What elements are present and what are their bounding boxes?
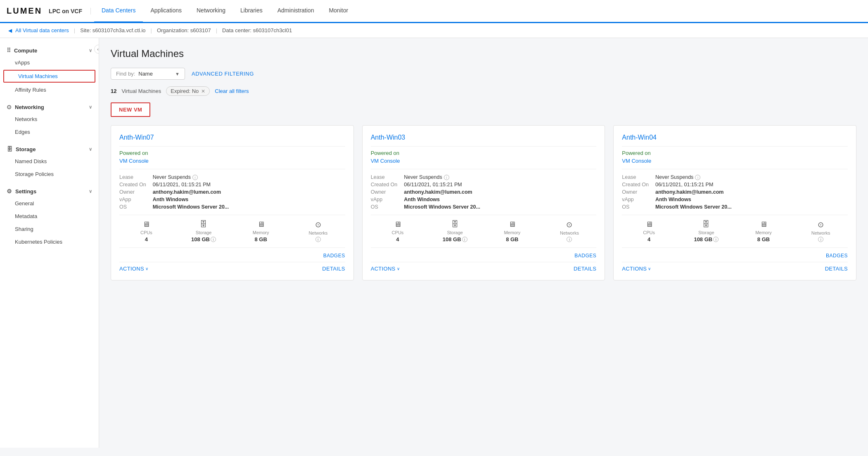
vm3-badges-link[interactable]: BADGES xyxy=(826,253,848,259)
vm2-vapp-val: Anth Windows xyxy=(404,197,596,202)
vm2-owner-val: anthony.hakim@lumen.com xyxy=(404,189,596,195)
breadcrumb-org: Organization: s603107 xyxy=(157,27,211,33)
clear-filters-button[interactable]: Clear all filters xyxy=(215,88,249,94)
vm3-lease-val: Never Suspends i xyxy=(655,174,848,180)
vm3-vapp-key: vApp xyxy=(622,197,649,202)
nav-item-administration[interactable]: Administration xyxy=(270,0,322,23)
vm1-os-val: Microsoft Windows Server 20... xyxy=(153,204,345,210)
breadcrumb-back-link[interactable]: All Virtual data centers xyxy=(15,27,69,33)
cpu-icon-3: 🖥 xyxy=(645,220,653,229)
vm-card-1-title[interactable]: Anth-Win07 xyxy=(119,134,345,147)
vm2-storage-label: Storage xyxy=(447,230,463,235)
breadcrumb-back-icon: ◀ xyxy=(8,28,12,33)
vm3-cpu-resource: 🖥 CPUs 4 xyxy=(622,220,676,242)
vm-card-2-meta: Lease Never Suspends i Created On 06/11/… xyxy=(371,174,597,210)
main-layout: ‹‹ ⠿ Compute ∨ vApps Virtual Machines Af… xyxy=(0,38,868,448)
nav-item-monitor[interactable]: Monitor xyxy=(321,0,356,23)
vm3-networks-resource: ⊙ Networks i xyxy=(794,220,848,242)
vm1-lease-val: Never Suspends i xyxy=(153,174,345,180)
vm-cards-grid: Anth-Win07 Powered on VM Console Lease N… xyxy=(111,125,856,280)
sidebar-section-compute-header[interactable]: ⠿ Compute ∨ xyxy=(0,43,99,56)
vm3-cpu-label: CPUs xyxy=(643,230,655,235)
sidebar-section-storage-header[interactable]: 🗄 Storage ∨ xyxy=(0,142,99,155)
networks-icon-2: ⊙ xyxy=(566,220,572,229)
vm3-networks-val: i xyxy=(818,237,823,242)
vm2-storage-resource: 🗄 Storage 108 GB i xyxy=(428,220,482,242)
filter-row: Find by: Name ▼ ADVANCED FILTERING xyxy=(111,68,856,80)
memory-icon-3: 🖥 xyxy=(760,220,767,229)
nav-item-libraries[interactable]: Libraries xyxy=(233,0,270,23)
vm1-actions-row: ACTIONS∨ DETAILS xyxy=(119,262,345,272)
vm-card-2-title[interactable]: Anth-Win03 xyxy=(371,134,597,147)
sidebar-section-settings-header[interactable]: ⚙ Settings ∨ xyxy=(0,184,99,197)
find-by-dropdown[interactable]: Find by: Name ▼ xyxy=(111,68,185,80)
vm1-os-key: OS xyxy=(119,204,146,210)
nav-item-applications[interactable]: Applications xyxy=(143,0,189,23)
sidebar-item-virtual-machines[interactable]: Virtual Machines xyxy=(3,70,95,83)
vm3-os-key: OS xyxy=(622,204,649,210)
memory-icon-2: 🖥 xyxy=(508,220,516,229)
sidebar-item-metadata[interactable]: Metadata xyxy=(0,210,99,223)
new-vm-button[interactable]: NEW VM xyxy=(111,102,150,117)
logo-text: LUMEN xyxy=(7,6,42,16)
vm-card-3: Anth-Win04 Powered on VM Console Lease N… xyxy=(613,125,856,280)
vm3-actions-row: ACTIONS∨ DETAILS xyxy=(622,262,848,272)
sidebar-item-affinity-rules[interactable]: Affinity Rules xyxy=(0,83,99,96)
breadcrumb-sep3: | xyxy=(216,27,217,33)
sidebar-item-vapps[interactable]: vApps xyxy=(0,56,99,69)
sidebar-item-kubernetes-policies[interactable]: Kubernetes Policies xyxy=(0,235,99,248)
vm3-storage-label: Storage xyxy=(698,230,714,235)
vm1-memory-resource: 🖥 Memory 8 GB xyxy=(234,220,288,242)
vm-card-1-console-link[interactable]: VM Console xyxy=(119,158,345,169)
sidebar-item-storage-policies[interactable]: Storage Policies xyxy=(0,168,99,180)
vm-card-1-resources: 🖥 CPUs 4 🗄 Storage 108 GB i 🖥 xyxy=(119,215,345,248)
vm3-memory-label: Memory xyxy=(755,230,772,235)
vm-card-2-console-link[interactable]: VM Console xyxy=(371,158,597,169)
vm-card-3-console-link[interactable]: VM Console xyxy=(622,158,848,169)
vm3-badges-row: BADGES xyxy=(622,252,848,259)
sidebar-item-sharing[interactable]: Sharing xyxy=(0,223,99,235)
sidebar-item-named-disks[interactable]: Named Disks xyxy=(0,155,99,168)
vm1-storage-label: Storage xyxy=(196,230,212,235)
cpu-icon-2: 🖥 xyxy=(394,220,401,229)
vm-card-3-status: Powered on xyxy=(622,150,848,156)
vm2-badges-link[interactable]: BADGES xyxy=(574,253,596,259)
vm2-details-button[interactable]: DETAILS xyxy=(574,266,596,272)
vm1-badges-row: BADGES xyxy=(119,252,345,259)
networking-label: Networking xyxy=(15,104,44,110)
nav-item-data-centers[interactable]: Data Centers xyxy=(94,0,143,23)
vm3-memory-resource: 🖥 Memory 8 GB xyxy=(737,220,791,242)
info-icon-4: i xyxy=(444,175,449,180)
vm3-lease-key: Lease xyxy=(622,174,649,180)
vm2-memory-val: 8 GB xyxy=(506,236,518,242)
settings-icon: ⚙ xyxy=(7,188,12,195)
vm-card-3-title[interactable]: Anth-Win04 xyxy=(622,134,848,147)
vm2-owner-key: Owner xyxy=(371,189,398,195)
vm1-badges-link[interactable]: BADGES xyxy=(323,253,345,259)
vm2-os-val: Microsoft Windows Server 20... xyxy=(404,204,596,210)
vm1-details-button[interactable]: DETAILS xyxy=(322,266,345,272)
filter-chip-close-icon[interactable]: ✕ xyxy=(201,88,205,94)
sidebar-item-networks[interactable]: Networks xyxy=(0,113,99,126)
actions-chevron-icon-2: ∨ xyxy=(397,266,400,271)
vm3-owner-key: Owner xyxy=(622,189,649,195)
vm1-actions-button[interactable]: ACTIONS∨ xyxy=(119,266,148,272)
sidebar-section-networking-header[interactable]: ⊙ Networking ∨ xyxy=(0,100,99,113)
vm3-actions-button[interactable]: ACTIONS∨ xyxy=(622,266,651,272)
vm3-details-button[interactable]: DETAILS xyxy=(825,266,848,272)
vm2-actions-button[interactable]: ACTIONS∨ xyxy=(371,266,400,272)
storage-icon: 🗄 xyxy=(7,146,12,152)
advanced-filter-button[interactable]: ADVANCED FILTERING xyxy=(192,71,254,77)
sidebar: ‹‹ ⠿ Compute ∨ vApps Virtual Machines Af… xyxy=(0,38,99,448)
vm3-vapp-val: Anth Windows xyxy=(655,197,848,202)
filter-chip-label: Expired: No xyxy=(171,88,199,94)
sidebar-item-edges[interactable]: Edges xyxy=(0,126,99,138)
vm-card-1: Anth-Win07 Powered on VM Console Lease N… xyxy=(111,125,354,280)
actions-chevron-icon: ∨ xyxy=(145,266,148,271)
networking-chevron-icon: ∨ xyxy=(89,104,92,110)
vm2-os-key: OS xyxy=(371,204,398,210)
nav-item-networking[interactable]: Networking xyxy=(189,0,233,23)
sidebar-item-general[interactable]: General xyxy=(0,197,99,210)
logo: LUMEN xyxy=(7,6,42,16)
vm3-storage-val: 108 GB i xyxy=(694,236,719,242)
